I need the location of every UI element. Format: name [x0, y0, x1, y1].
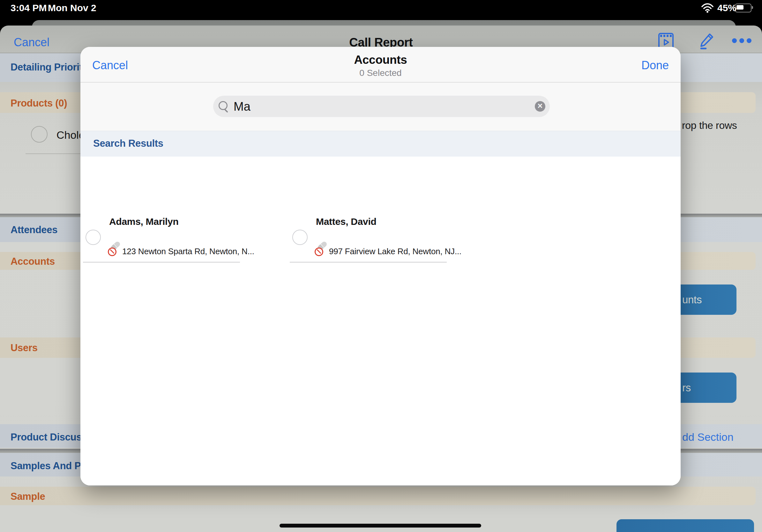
search-input[interactable] [233, 96, 515, 118]
search-results-header: Search Results [93, 138, 163, 149]
section-title-accounts: Accounts [11, 256, 55, 267]
result-radio[interactable] [292, 230, 308, 245]
screen: 3:04 PM Mon Nov 2 45% Cancel Call Report [0, 0, 762, 532]
search-results-area: Adams, Marilyn 123 Newton Sparta Rd, New… [80, 157, 681, 486]
status-time: 3:04 PM [11, 3, 46, 13]
section-title-detailing: Detailing Priorit [11, 62, 83, 73]
section-title-sample: Sample [11, 491, 45, 502]
add-section-button[interactable]: dd Section [682, 431, 733, 443]
section-title-products: Products (0) [11, 98, 67, 109]
search-field[interactable]: × [213, 96, 550, 117]
result-divider [83, 262, 240, 262]
accounts-modal: Cancel Accounts 0 Selected Done × Search… [80, 47, 681, 486]
result-name[interactable]: Adams, Marilyn [109, 216, 179, 227]
battery-icon [735, 4, 751, 13]
section-title-users: Users [11, 342, 38, 354]
search-results-band: Search Results [80, 131, 681, 157]
battery-percent: 45% [717, 3, 736, 13]
home-indicator[interactable] [279, 524, 481, 528]
product-row-divider [26, 154, 83, 154]
modal-selected-count: 0 Selected [80, 68, 681, 78]
product-radio[interactable] [31, 126, 47, 143]
section-title-attendees: Attendees [11, 224, 57, 236]
modal-header: Cancel Accounts 0 Selected Done [80, 47, 681, 83]
edit-pencil-icon[interactable] [698, 32, 715, 50]
section-title-product-discussions: Product Discus [11, 432, 82, 443]
wifi-icon [701, 3, 714, 13]
status-bar: 3:04 PM Mon Nov 2 45% [0, 0, 762, 16]
clear-search-icon[interactable]: × [535, 101, 545, 112]
result-name[interactable]: Mattes, David [316, 216, 377, 227]
status-date: Mon Nov 2 [48, 3, 96, 13]
no-samples-icon [315, 243, 328, 256]
more-options-icon[interactable] [732, 38, 752, 44]
search-icon [219, 101, 228, 110]
modal-done-button[interactable]: Done [642, 59, 669, 72]
result-address: 123 Newton Sparta Rd, Newton, N... [122, 246, 254, 256]
bottom-action-button[interactable] [617, 519, 754, 532]
result-divider [290, 262, 447, 262]
section-title-samples: Samples And Pr [11, 460, 85, 472]
add-accounts-label: unts [682, 294, 702, 306]
section-band-sample[interactable]: Sample [0, 487, 756, 505]
result-radio[interactable] [86, 230, 101, 245]
result-address: 997 Fairview Lake Rd, Newton, NJ... [329, 246, 461, 256]
modal-title: Accounts [80, 53, 681, 67]
drag-drop-hint: rop the rows [682, 120, 737, 131]
add-users-label: rs [682, 382, 691, 394]
no-samples-icon [108, 243, 121, 256]
